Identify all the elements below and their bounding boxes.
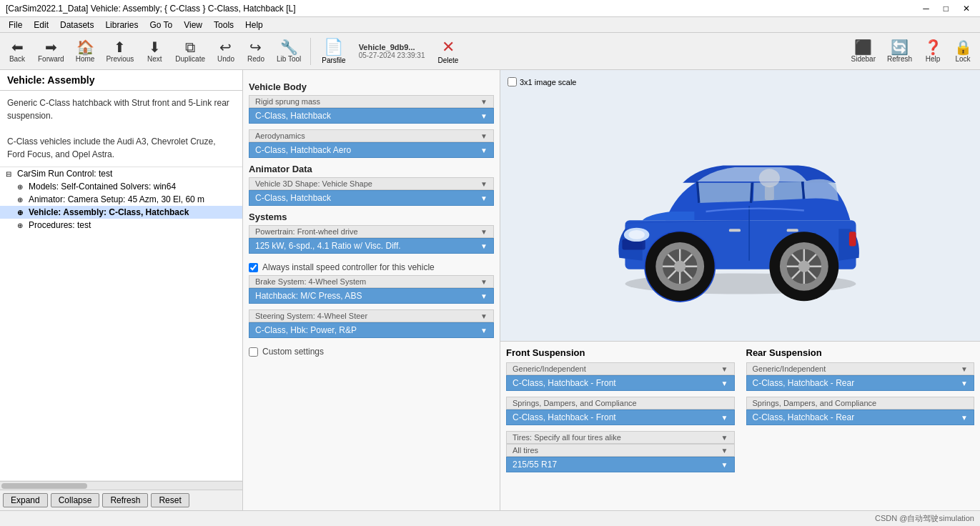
menu-tools[interactable]: Tools (208, 19, 239, 31)
toolbar: ⬅ Back ➡ Forward 🏠 Home ⬆ Previous ⬇ Nex… (0, 33, 980, 70)
close-btn[interactable]: ✕ (959, 4, 974, 14)
menu-edit[interactable]: Edit (28, 19, 54, 31)
rear-springs-value[interactable]: C-Class, Hatchback - Rear ▼ (746, 410, 975, 425)
steering-label-arrow: ▼ (480, 312, 487, 320)
expand-button[interactable]: Expand (3, 493, 48, 507)
tires-dropdown[interactable]: ▼ (721, 461, 728, 469)
steering-dropdown[interactable]: ▼ (480, 327, 487, 334)
scroll-thumb[interactable] (1, 483, 87, 489)
duplicate-button[interactable]: ⧉ Duplicate (170, 35, 210, 68)
toolbar-right-group: ⬛ Sidebar 🔄 Refresh ❓ Help 🔒 Lock (846, 35, 977, 68)
tree-toggle-4[interactable]: ⊕ (17, 222, 26, 229)
home-button[interactable]: 🏠 Home (71, 35, 100, 68)
shape-dropdown[interactable]: ▼ (480, 194, 487, 202)
tree-item-0[interactable]: ⊟CarSim Run Control: test (0, 167, 242, 180)
rear-susp-value[interactable]: C-Class, Hatchback - Rear ▼ (746, 375, 975, 391)
front-suspension-title: Front Suspension (506, 347, 735, 358)
aero-dropdown[interactable]: ▼ (480, 147, 487, 154)
undo-button[interactable]: ↩ Undo (212, 35, 240, 68)
libtool-icon: 🔧 (280, 40, 298, 54)
tree-toggle-1[interactable]: ⊕ (17, 183, 26, 191)
tires-all-label: All tires ▼ (506, 444, 735, 457)
brake-dropdown[interactable]: ▼ (480, 292, 487, 300)
speed-controller-row: Always install speed controller for this… (249, 259, 494, 275)
powertrain-label: Powertrain: Front-wheel drive ▼ (249, 225, 494, 238)
front-springs-label: Springs, Dampers, and Compliance (506, 397, 735, 410)
tree-item-3[interactable]: ⊕Vehicle: Assembly: C-Class, Hatchback (0, 206, 242, 219)
rigid-sprung-mass-dropdown[interactable]: ▼ (480, 112, 487, 120)
refresh-button[interactable]: Refresh (102, 493, 148, 507)
aerodynamics-label: Aerodynamics ▼ (249, 129, 494, 142)
front-springs-dropdown[interactable]: ▼ (721, 414, 728, 422)
vehicle-3d-shape-label: Vehicle 3D Shape: Vehicle Shape ▼ (249, 177, 494, 190)
tires-group: Tires: Specify all four tires alike ▼ Al… (506, 431, 735, 472)
tree-toggle-0[interactable]: ⊟ (6, 170, 14, 178)
tree-toggle-3[interactable]: ⊕ (17, 209, 26, 217)
front-springs-value[interactable]: C-Class, Hatchback - Front ▼ (506, 410, 735, 425)
next-button[interactable]: ⬇ Next (140, 35, 169, 68)
forward-icon: ➡ (45, 40, 57, 54)
reset-button[interactable]: Reset (151, 493, 189, 507)
tires-value[interactable]: 215/55 R17 ▼ (506, 457, 735, 472)
tree-toggle-2[interactable]: ⊕ (17, 196, 26, 204)
animator-data-title: Animator Data (249, 164, 494, 174)
menu-help[interactable]: Help (239, 19, 269, 31)
horizontal-scrollbar[interactable] (0, 481, 242, 490)
refresh-toolbar-button[interactable]: 🔄 Refresh (882, 35, 917, 68)
brake-label: Brake System: 4-Wheel System ▼ (249, 275, 494, 288)
menu-libraries[interactable]: Libraries (99, 19, 144, 31)
menu-file[interactable]: File (3, 19, 28, 31)
menu-goto[interactable]: Go To (144, 19, 178, 31)
redo-button[interactable]: ↪ Redo (242, 35, 270, 68)
brake-value[interactable]: Hatchback: M/C Press, ABS ▼ (249, 288, 494, 304)
tires-all-arrow: ▼ (721, 447, 728, 455)
vehicle-3d-shape-value[interactable]: C-Class, Hatchback ▼ (249, 190, 494, 206)
tires-label-arrow: ▼ (721, 434, 728, 442)
image-scale-checkbox[interactable] (508, 77, 517, 86)
forward-button[interactable]: ➡ Forward (33, 35, 69, 68)
next-icon: ⬇ (149, 40, 161, 54)
rear-springs-dropdown[interactable]: ▼ (961, 414, 968, 422)
tree-item-4[interactable]: ⊕Procedures: test (0, 219, 242, 232)
lock-button[interactable]: 🔒 Lock (949, 35, 977, 68)
next-label: Next (147, 55, 162, 63)
svg-point-19 (674, 260, 685, 272)
speed-controller-checkbox[interactable] (249, 263, 258, 272)
front-susp-type-label: Generic/Independent ▼ (506, 362, 735, 375)
refresh-label: Refresh (887, 55, 912, 63)
aerodynamics-value[interactable]: C-Class, Hatchback Aero ▼ (249, 142, 494, 158)
libtool-button[interactable]: 🔧 Lib Tool (272, 35, 306, 68)
minimize-btn[interactable]: ─ (919, 4, 934, 14)
help-button[interactable]: ❓ Help (919, 35, 947, 68)
menu-view[interactable]: View (178, 19, 208, 31)
powertrain-dropdown[interactable]: ▼ (480, 242, 487, 250)
previous-button[interactable]: ⬆ Previous (101, 35, 139, 68)
tree-item-2[interactable]: ⊕Animator: Camera Setup: 45 Azm, 30 El, … (0, 193, 242, 206)
toolbar-separator-1 (310, 38, 311, 65)
delete-label: Delete (438, 56, 459, 64)
steering-value[interactable]: C-Class, Hbk: Power, R&P ▼ (249, 322, 494, 338)
delete-button[interactable]: ✕ Delete (432, 35, 465, 68)
tree-item-1[interactable]: ⊕Models: Self-Contained Solvers: win64 (0, 180, 242, 193)
left-bottom-buttons: Expand Collapse Refresh Reset (0, 490, 242, 510)
description: Generic C-Class hatchback with Strut fro… (0, 91, 242, 167)
center-panel: Vehicle Body Rigid sprung mass ▼ C-Class… (243, 70, 500, 510)
back-button[interactable]: ⬅ Back (3, 35, 31, 68)
powertrain-value[interactable]: 125 kW, 6-spd., 4.1 Ratio w/ Visc. Diff.… (249, 238, 494, 254)
front-susp-value[interactable]: C-Class, Hatchback - Front ▼ (506, 375, 735, 391)
image-scale-check: 3x1 image scale (508, 77, 577, 86)
tree-scroll-area[interactable]: ⊟CarSim Run Control: test⊕Models: Self-C… (0, 167, 242, 481)
svg-point-30 (758, 169, 779, 187)
parsfile-button[interactable]: 📄 Parsfile (315, 35, 352, 68)
front-susp-dropdown[interactable]: ▼ (721, 379, 728, 387)
sidebar-button[interactable]: ⬛ Sidebar (846, 35, 881, 68)
collapse-button[interactable]: Collapse (51, 493, 100, 507)
maximize-btn[interactable]: □ (939, 4, 953, 14)
custom-settings-checkbox[interactable] (249, 347, 258, 357)
rear-susp-dropdown[interactable]: ▼ (961, 379, 968, 387)
aero-label-arrow: ▼ (480, 132, 487, 140)
rear-springs-group: Springs, Dampers, and Compliance C-Class… (746, 397, 975, 425)
menu-datasets[interactable]: Datasets (54, 19, 99, 31)
rear-susp-type-group: Generic/Independent ▼ C-Class, Hatchback… (746, 362, 975, 391)
rigid-sprung-mass-value[interactable]: C-Class, Hatchback ▼ (249, 108, 494, 124)
